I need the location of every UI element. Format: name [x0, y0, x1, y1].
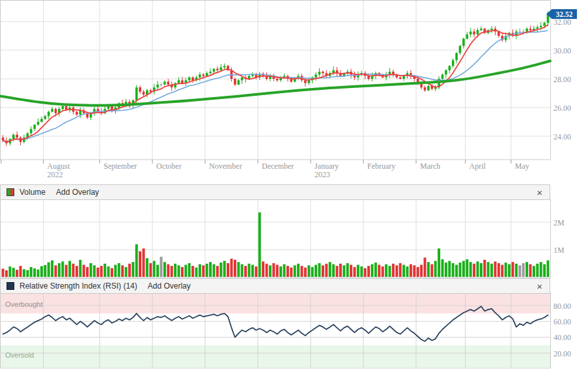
rsi-add-overlay-link[interactable]: Add Overlay	[148, 281, 191, 291]
svg-text:September: September	[104, 162, 137, 171]
svg-text:Overbought: Overbought	[5, 300, 42, 308]
rsi-close-button[interactable]: ×	[535, 281, 544, 291]
volume-panel	[1, 200, 551, 278]
svg-text:February: February	[367, 162, 395, 171]
svg-text:26.00: 26.00	[553, 104, 571, 113]
svg-text:2022: 2022	[48, 170, 63, 179]
rsi-panel: OverboughtOversold	[1, 293, 551, 369]
volume-legend-icon	[7, 188, 14, 196]
svg-text:November: November	[209, 162, 242, 171]
svg-text:24.00: 24.00	[553, 132, 571, 141]
volume-panel-header: Volume Add Overlay ×	[0, 184, 550, 200]
volume-axis-labels: 2M1M	[553, 218, 565, 255]
svg-text:December: December	[262, 162, 294, 171]
volume-close-button[interactable]: ×	[535, 188, 544, 197]
svg-text:March: March	[420, 162, 440, 171]
svg-text:1M: 1M	[553, 246, 565, 255]
rsi-legend-icon	[7, 282, 14, 290]
svg-text:2023: 2023	[315, 170, 330, 179]
svg-text:20.00: 20.00	[553, 349, 571, 358]
price-panel	[0, 1, 551, 160]
volume-add-overlay-link[interactable]: Add Overlay	[56, 188, 99, 197]
svg-text:August: August	[48, 162, 70, 171]
svg-text:Oversold: Oversold	[5, 351, 34, 359]
rsi-panel-title: Relative Strength Index (RSI) (14)	[20, 281, 137, 291]
date-axis: August2022SeptemberOctoberNovemberDecemb…	[1, 160, 529, 179]
stock-chart-workbench: 32.0030.0028.0026.0024.0032.52August2022…	[0, 0, 588, 372]
svg-text:32.52: 32.52	[556, 10, 573, 18]
svg-text:May: May	[515, 162, 529, 171]
price-axis-labels: 32.0030.0028.0026.0024.00	[553, 18, 571, 141]
svg-text:October: October	[156, 162, 182, 171]
svg-text:January: January	[315, 162, 339, 171]
rsi-panel-header: Relative Strength Index (RSI) (14) Add O…	[0, 278, 550, 294]
oversold-zone	[1, 345, 550, 368]
svg-text:April: April	[469, 162, 486, 171]
svg-text:30.00: 30.00	[553, 46, 571, 55]
last-price-tag: 32.52	[546, 9, 577, 19]
volume-panel-title: Volume	[20, 188, 46, 197]
svg-text:28.00: 28.00	[553, 75, 571, 84]
svg-text:2M: 2M	[553, 218, 565, 227]
svg-text:60.00: 60.00	[553, 317, 571, 326]
svg-text:80.00: 80.00	[553, 302, 571, 311]
rsi-axis-labels: 80.0060.0040.0020.00	[553, 302, 571, 358]
svg-text:40.00: 40.00	[553, 333, 571, 342]
